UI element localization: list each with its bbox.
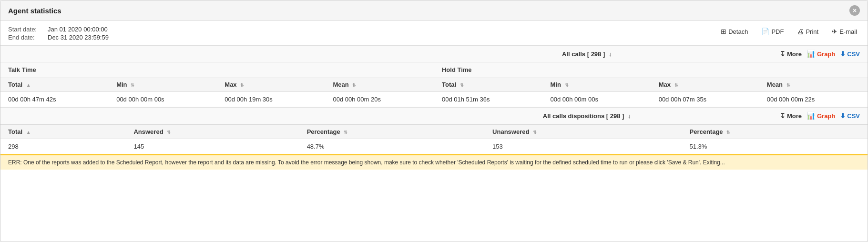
col-hold-mean[interactable]: Mean [759, 78, 868, 92]
more-arrow-icon2: ↧ [780, 112, 786, 120]
col-answered[interactable]: Answered [126, 125, 299, 139]
col-talk-max[interactable]: Max [217, 78, 325, 92]
talk-min-value: 00d 00h 00m 00s [109, 92, 217, 107]
answered-value: 145 [126, 139, 299, 154]
dispositions-sort-icon: ↓ [628, 112, 631, 120]
dispositions-graph-label: Graph [817, 112, 835, 120]
sort-unanswered-icon [533, 130, 537, 135]
all-calls-section: All calls [ 298 ] ↓ ↧ More 📊 Graph ⬇ CSV [0, 45, 868, 107]
all-calls-graph-label: Graph [817, 50, 835, 58]
sort-talk-total-icon: ▲ [26, 82, 31, 88]
dispositions-actions: ↧ More 📊 Graph ⬇ CSV [780, 111, 860, 120]
sort-hold-mean-icon [786, 82, 790, 88]
all-calls-header: All calls [ 298 ] ↓ ↧ More 📊 Graph ⬇ CSV [0, 45, 868, 62]
detach-icon: ⊞ [721, 28, 726, 35]
dispositions-header: All calls dispositions [ 298 ] ↓ ↧ More … [0, 107, 868, 124]
detach-button[interactable]: ⊞ Detach [718, 26, 751, 37]
all-calls-csv-button[interactable]: ⬇ CSV [840, 50, 860, 58]
csv-download-icon2: ⬇ [840, 112, 846, 120]
sort-talk-min-icon [131, 82, 134, 88]
email-button[interactable]: ✈ E-mail [829, 26, 860, 37]
hold-time-group-header: Hold Time [434, 62, 868, 78]
end-date-value: Dec 31 2020 23:59:59 [48, 34, 109, 41]
all-calls-more-button[interactable]: ↧ More [780, 50, 802, 58]
graph-bar-icon2: 📊 [807, 111, 816, 120]
csv-download-icon: ⬇ [840, 50, 846, 58]
graph-bar-icon: 📊 [807, 50, 816, 58]
dispositions-more-label: More [787, 112, 802, 120]
hold-total-value: 00d 01h 51m 36s [434, 92, 542, 107]
all-calls-sort-icon: ↓ [609, 50, 612, 58]
dispositions-csv-button[interactable]: ⬇ CSV [840, 112, 860, 120]
sort-talk-mean-icon [352, 82, 356, 88]
col-pct-unanswered[interactable]: Percentage [682, 125, 868, 139]
pdf-button[interactable]: 📄 PDF [758, 26, 786, 37]
pct-answered-value: 48.7% [299, 139, 485, 154]
sort-pct-unanswered-icon [726, 130, 730, 135]
dispositions-graph-button[interactable]: 📊 Graph [807, 111, 835, 120]
talk-mean-value: 00d 00h 00m 20s [325, 92, 434, 107]
modal-title: Agent statistics [8, 7, 61, 15]
all-calls-actions: ↧ More 📊 Graph ⬇ CSV [780, 50, 860, 58]
sort-pct-answered-icon [344, 130, 347, 135]
hold-max-value: 00d 00h 07m 35s [651, 92, 759, 107]
end-date-row: End date: Dec 31 2020 23:59:59 [8, 34, 109, 41]
col-talk-min[interactable]: Min [109, 78, 217, 92]
col-pct-answered[interactable]: Percentage [299, 125, 485, 139]
talk-total-value: 00d 00h 47m 42s [0, 92, 109, 107]
talk-max-value: 00d 00h 19m 30s [217, 92, 325, 107]
sort-answered-icon [167, 130, 171, 135]
dispositions-table: Total ▲ Answered Percentage Unanswered [0, 124, 868, 154]
meta-actions: ⊞ Detach 📄 PDF 🖨 Print ✈ E-mail [718, 26, 860, 37]
talk-time-group-header: Talk Time [0, 62, 434, 78]
dispositions-title: All calls dispositions [ 298 ] ↓ [394, 112, 779, 120]
pdf-label: PDF [771, 28, 784, 35]
all-calls-table: Talk Time Hold Time Total ▲ Min Max [0, 62, 868, 107]
all-calls-more-label: More [787, 50, 802, 58]
sort-total-icon: ▲ [26, 130, 31, 135]
dispositions-more-button[interactable]: ↧ More [780, 112, 802, 120]
close-button[interactable]: × [849, 5, 860, 16]
email-label: E-mail [839, 28, 857, 35]
col-total[interactable]: Total ▲ [0, 125, 126, 139]
modal-meta: Start date: Jan 01 2020 00:00:00 End dat… [0, 21, 868, 45]
more-arrow-icon: ↧ [780, 50, 786, 58]
all-calls-csv-label: CSV [847, 50, 860, 58]
print-icon: 🖨 [797, 28, 804, 35]
email-icon: ✈ [832, 28, 837, 35]
dispositions-data-row: 298 145 48.7% 153 51.3% [0, 139, 868, 154]
error-text: ERR: One of the reports was added to the… [8, 159, 725, 166]
dispositions-csv-label: CSV [847, 112, 860, 120]
detach-label: Detach [728, 28, 748, 35]
total-value: 298 [0, 139, 126, 154]
col-unanswered[interactable]: Unanswered [485, 125, 682, 139]
sort-hold-total-icon [460, 82, 464, 88]
col-hold-min[interactable]: Min [543, 78, 651, 92]
all-calls-title: All calls [ 298 ] ↓ [394, 50, 779, 58]
sort-talk-max-icon [240, 82, 244, 88]
print-label: Print [806, 28, 818, 35]
all-calls-graph-button[interactable]: 📊 Graph [807, 50, 835, 58]
hold-mean-value: 00d 00h 00m 22s [759, 92, 868, 107]
start-date-row: Start date: Jan 01 2020 00:00:00 [8, 26, 109, 33]
agent-statistics-modal: Agent statistics × Start date: Jan 01 20… [0, 0, 868, 242]
pdf-icon: 📄 [761, 28, 769, 35]
error-bar: ERR: One of the reports was added to the… [0, 154, 868, 170]
hold-min-value: 00d 00h 00m 00s [543, 92, 651, 107]
all-calls-data-row: 00d 00h 47m 42s 00d 00h 00m 00s 00d 00h … [0, 92, 868, 107]
pct-unanswered-value: 51.3% [682, 139, 868, 154]
col-hold-total[interactable]: Total [434, 78, 542, 92]
col-talk-total[interactable]: Total ▲ [0, 78, 109, 92]
dispositions-section: All calls dispositions [ 298 ] ↓ ↧ More … [0, 107, 868, 154]
col-talk-mean[interactable]: Mean [325, 78, 434, 92]
sort-hold-min-icon [565, 82, 569, 88]
meta-dates: Start date: Jan 01 2020 00:00:00 End dat… [8, 26, 109, 41]
print-button[interactable]: 🖨 Print [794, 26, 821, 37]
sort-hold-max-icon [674, 82, 678, 88]
start-date-value: Jan 01 2020 00:00:00 [48, 26, 108, 33]
col-hold-max[interactable]: Max [651, 78, 759, 92]
unanswered-value: 153 [485, 139, 682, 154]
start-date-label: Start date: [8, 26, 44, 33]
end-date-label: End date: [8, 34, 44, 41]
modal-header: Agent statistics × [0, 0, 868, 21]
